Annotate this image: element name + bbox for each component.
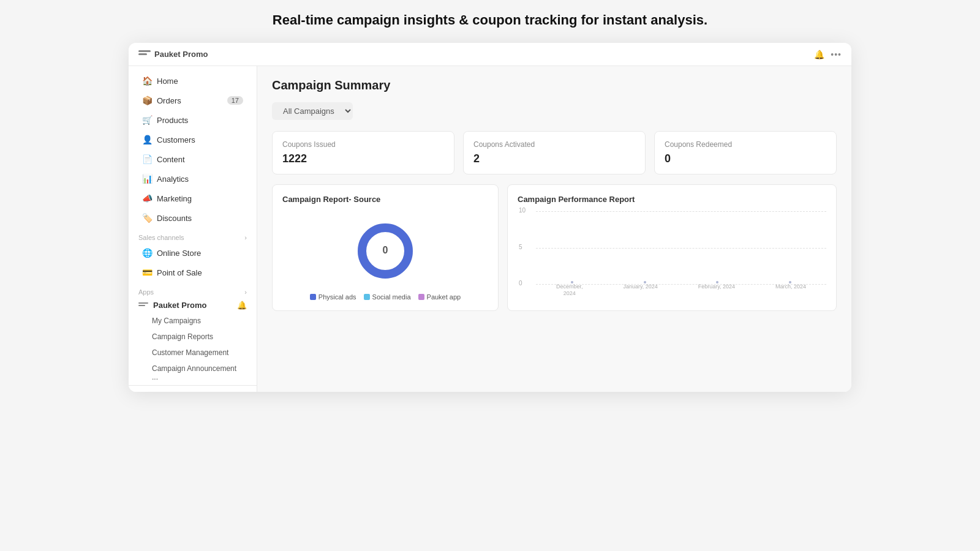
stat-coupons-redeemed: Coupons Redeemed 0 <box>654 131 837 174</box>
xlabel-mar: March, 2024 <box>775 283 806 297</box>
sidebar-footer: ⚙️ Settings ℹ️ Non-transferable <box>129 385 257 392</box>
donut-chart: 0 <box>352 217 419 285</box>
donut-container: 0 Physical ads Social media <box>282 211 488 301</box>
sidebar-item-label: Analytics <box>157 174 189 184</box>
title-bar-logo: Pauket Promo <box>138 50 208 59</box>
online-store-icon: 🌐 <box>142 248 152 258</box>
bar-chart-xlabels: December,2024 January, 2024 February, 20… <box>536 283 826 297</box>
pauket-promo-icon <box>138 302 148 309</box>
sidebar-item-customers[interactable]: 👤 Customers <box>132 130 253 149</box>
app-bell-icon[interactable]: 🔔 <box>237 301 247 310</box>
sidebar-item-orders[interactable]: 📦 Orders 17 <box>132 91 253 110</box>
sidebar-item-label: Orders <box>157 96 181 105</box>
sidebar-item-point-of-sale[interactable]: 💳 Point of Sale <box>132 263 253 282</box>
page-title: Campaign Summary <box>272 78 837 92</box>
customers-icon: 👤 <box>142 135 152 144</box>
xlabel-feb: February, 2024 <box>698 283 735 297</box>
sidebar-item-label: Discounts <box>157 214 192 223</box>
grid-label-5: 5 <box>519 244 522 250</box>
bar-dot <box>571 281 573 283</box>
sidebar-item-label: Online Store <box>157 249 201 258</box>
legend-label-social: Social media <box>372 293 411 301</box>
campaigns-filter[interactable]: All Campaigns <box>272 102 353 120</box>
sidebar-item-label: Point of Sale <box>157 268 202 277</box>
main-content: Campaign Summary All Campaigns Coupons I… <box>257 66 851 392</box>
logo-icon <box>138 50 151 59</box>
chart-performance-title: Campaign Performance Report <box>518 195 826 204</box>
home-icon: 🏠 <box>142 76 152 86</box>
sidebar-sub-campaign-announcement[interactable]: Campaign Announcement ... <box>132 361 253 384</box>
app-name-label: Pauket Promo <box>153 301 206 310</box>
sidebar: 🏠 Home 📦 Orders 17 🛒 Products 👤 Customer… <box>129 66 257 392</box>
bar-chart-bars <box>536 211 826 285</box>
discounts-icon: 🏷️ <box>142 213 152 223</box>
my-campaigns-label: My Campaigns <box>152 317 201 325</box>
app-window: Pauket Promo 🔔 ••• 🏠 Home 📦 Orders 17 🛒 … <box>129 43 851 392</box>
filter-bar: All Campaigns <box>272 102 837 120</box>
stat-label: Coupons Issued <box>282 140 444 149</box>
title-bar-app-name: Pauket Promo <box>154 50 208 59</box>
products-icon: 🛒 <box>142 115 152 125</box>
legend-social-media: Social media <box>364 293 411 301</box>
stats-row: Coupons Issued 1222 Coupons Activated 2 … <box>272 131 837 174</box>
sidebar-item-discounts[interactable]: 🏷️ Discounts <box>132 209 253 227</box>
sidebar-item-label: Customers <box>157 135 195 144</box>
stat-value: 0 <box>665 152 826 165</box>
charts-row: Campaign Report- Source 0 <box>272 184 837 311</box>
legend-pauket-app: Pauket app <box>418 293 461 301</box>
more-icon[interactable]: ••• <box>831 50 842 59</box>
chart-source-title: Campaign Report- Source <box>282 195 488 204</box>
marketing-icon: 📣 <box>142 193 152 203</box>
xlabel-dec: December,2024 <box>556 283 583 297</box>
stat-label: Coupons Activated <box>473 140 635 149</box>
sidebar-item-content[interactable]: 📄 Content <box>132 150 253 168</box>
apps-label: Apps › <box>129 282 257 298</box>
sidebar-item-home[interactable]: 🏠 Home <box>132 72 253 90</box>
stat-coupons-activated: Coupons Activated 2 <box>463 131 646 174</box>
legend-label-physical: Physical ads <box>318 293 356 301</box>
sidebar-item-analytics[interactable]: 📊 Analytics <box>132 170 253 188</box>
legend-physical-ads: Physical ads <box>310 293 356 301</box>
bar-dot <box>789 281 791 283</box>
orders-badge: 17 <box>227 96 243 105</box>
sidebar-sub-customer-management[interactable]: Customer Management <box>132 345 253 360</box>
bell-icon[interactable]: 🔔 <box>814 50 824 59</box>
legend-dot-app <box>418 294 424 300</box>
customer-management-label: Customer Management <box>152 348 228 357</box>
expand-icon[interactable]: › <box>244 234 247 241</box>
sidebar-app-pauket-promo[interactable]: Pauket Promo 🔔 <box>129 298 257 313</box>
stat-label: Coupons Redeemed <box>665 140 826 149</box>
pos-icon: 💳 <box>142 268 152 277</box>
bar-chart-area: 10 5 0 <box>518 211 826 297</box>
sidebar-item-online-store[interactable]: 🌐 Online Store <box>132 244 253 262</box>
sales-channels-label: Sales channels › <box>129 228 257 243</box>
chart-performance-card: Campaign Performance Report 10 5 0 <box>507 184 837 311</box>
title-bar: Pauket Promo 🔔 ••• <box>129 43 851 66</box>
stat-value: 1222 <box>282 152 444 165</box>
xlabel-jan: January, 2024 <box>623 283 657 297</box>
sidebar-item-label: Home <box>157 77 178 86</box>
legend-dot-physical <box>310 294 316 300</box>
stat-coupons-issued: Coupons Issued 1222 <box>272 131 454 174</box>
expand-apps-icon[interactable]: › <box>244 288 247 296</box>
grid-label-0: 0 <box>519 280 522 287</box>
sidebar-sub-my-campaigns[interactable]: My Campaigns <box>132 313 253 328</box>
settings-item[interactable]: ⚙️ Settings <box>129 391 257 392</box>
donut-legend: Physical ads Social media Pauket app <box>310 293 461 301</box>
app-body: 🏠 Home 📦 Orders 17 🛒 Products 👤 Customer… <box>129 66 851 392</box>
chart-source-card: Campaign Report- Source 0 <box>272 184 499 311</box>
sidebar-item-label: Marketing <box>157 194 192 203</box>
orders-icon: 📦 <box>142 96 152 105</box>
title-bar-actions: 🔔 ••• <box>814 50 842 59</box>
bar-dot <box>716 281 718 283</box>
content-icon: 📄 <box>142 154 152 164</box>
page-headline: Real-time campaign insights & coupon tra… <box>273 12 707 28</box>
grid-label-10: 10 <box>519 207 526 214</box>
sidebar-item-products[interactable]: 🛒 Products <box>132 111 253 129</box>
sidebar-item-label: Content <box>157 155 185 164</box>
sidebar-item-label: Products <box>157 116 188 125</box>
sidebar-item-marketing[interactable]: 📣 Marketing <box>132 189 253 208</box>
legend-label-app: Pauket app <box>427 293 461 301</box>
svg-text:0: 0 <box>383 245 388 255</box>
sidebar-sub-campaign-reports[interactable]: Campaign Reports <box>132 329 253 344</box>
